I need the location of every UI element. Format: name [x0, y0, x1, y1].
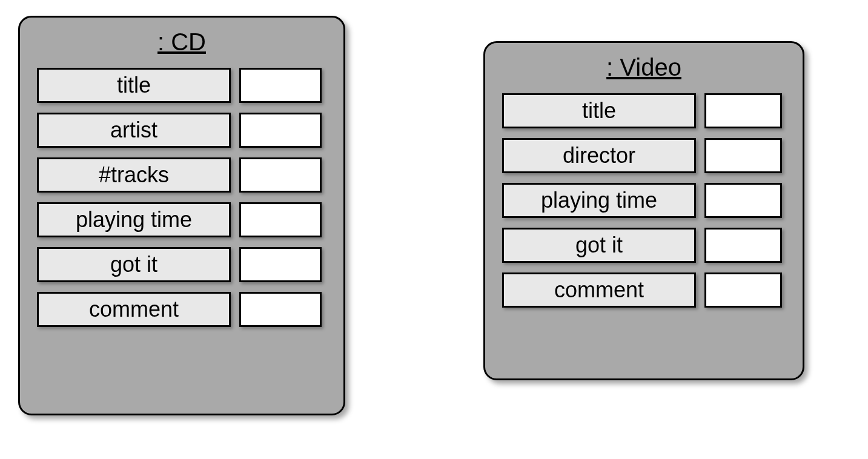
video-field-label: playing time: [502, 183, 696, 218]
cd-field-label: title: [37, 68, 231, 103]
video-field-label: title: [502, 93, 696, 128]
cd-field-row: title: [37, 68, 326, 103]
cd-field-value: [239, 247, 322, 282]
object-box-cd: : CD title artist #tracks playing time g…: [18, 16, 345, 415]
video-field-label: comment: [502, 272, 696, 308]
cd-field-label: artist: [37, 113, 231, 148]
cd-field-row: got it: [37, 247, 326, 282]
video-field-label: got it: [502, 228, 696, 263]
video-field-value: [704, 138, 782, 173]
object-heading-cd: : CD: [157, 28, 206, 56]
video-field-label: director: [502, 138, 696, 173]
video-field-value: [704, 93, 782, 128]
video-field-row: playing time: [502, 183, 786, 218]
cd-field-row: comment: [37, 292, 326, 327]
object-heading-video: : Video: [606, 54, 681, 81]
cd-field-label: #tracks: [37, 157, 231, 193]
cd-field-value: [239, 113, 322, 148]
cd-field-label: got it: [37, 247, 231, 282]
video-field-row: comment: [502, 272, 786, 308]
cd-field-row: artist: [37, 113, 326, 148]
video-field-value: [704, 228, 782, 263]
video-field-value: [704, 183, 782, 218]
object-box-video: : Video title director playing time got …: [483, 41, 804, 380]
video-field-row: got it: [502, 228, 786, 263]
cd-field-value: [239, 68, 322, 103]
cd-field-value: [239, 157, 322, 193]
diagram-canvas: : CD title artist #tracks playing time g…: [0, 0, 868, 459]
cd-field-value: [239, 202, 322, 237]
video-field-row: director: [502, 138, 786, 173]
cd-field-label: comment: [37, 292, 231, 327]
cd-field-label: playing time: [37, 202, 231, 237]
cd-field-row: playing time: [37, 202, 326, 237]
cd-field-value: [239, 292, 322, 327]
video-field-row: title: [502, 93, 786, 128]
cd-fields: title artist #tracks playing time got it…: [37, 68, 326, 327]
video-fields: title director playing time got it comme…: [502, 93, 786, 308]
cd-field-row: #tracks: [37, 157, 326, 193]
video-field-value: [704, 272, 782, 308]
